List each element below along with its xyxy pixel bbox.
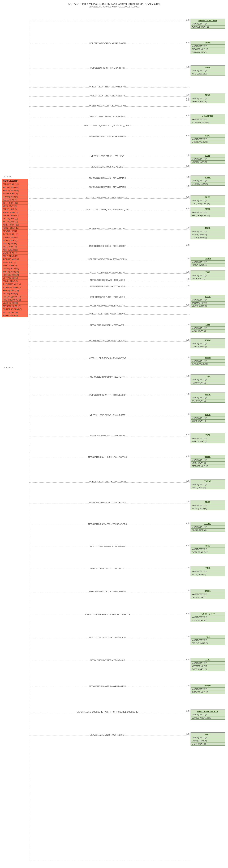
target-field: MATKL [CHAR (9)]	[191, 330, 225, 333]
target-table: T604FMANDT [CLNT (3)]LAND1 [CHAR (3)]STE…	[191, 455, 225, 468]
target-table-head[interactable]: WAKH	[191, 684, 225, 688]
source-field: J_1BNBM [CHAR (16)]	[2, 283, 28, 286]
target-table-head[interactable]: KNA1	[191, 134, 225, 138]
relation-label: MEPO1211GRID-VSART = T173-VSART	[59, 435, 156, 437]
target-table-head[interactable]: T023	[191, 323, 225, 327]
target-table-head[interactable]: T163L	[191, 413, 225, 416]
target-table-head[interactable]: T173	[191, 433, 225, 437]
target-field: STEUC [CHAR (16)]	[191, 465, 225, 468]
source-field: VOLEH [UNIT (3)]	[2, 242, 28, 245]
source-field: REFBS [CHAR (10)]	[2, 273, 28, 277]
target-table-head[interactable]: EINA	[191, 65, 225, 69]
source-field: INCO1 [CHAR (3)]	[2, 245, 28, 248]
target-field: SOURCE_ID [CHAR (3)]	[191, 716, 225, 720]
source-field: EBELN [CHAR (10)]	[2, 183, 28, 186]
relation-label: MEPO1211GRID-KONNR = EKKO-EBELN	[59, 105, 156, 107]
relation-label: MEPO1211GRID-EVERS = T027A-EVERS	[59, 340, 156, 342]
target-table: LFA1MANDT [CLNT (3)]LIFNR [CHAR (10)]	[191, 154, 225, 164]
target-table: MARAMANDT [CLNT (3)]MATNR [CHAR (18)]	[191, 176, 225, 186]
cardinality-label: 1..N	[186, 323, 190, 325]
source-field: MEINS [UNIT (3)]	[2, 205, 28, 208]
multiplicity-one-marker: 1	[28, 183, 30, 185]
target-table-head[interactable]: WRFT_POHF_SOURCE	[191, 710, 225, 713]
target-table: T173MANDT [CLNT (3)]VSART [CHAR (2)]	[191, 433, 225, 443]
cardinality-label: 1..N	[186, 257, 190, 259]
relation-label: MEPO1211GRID-BPRME = T006-MSEHI	[59, 272, 156, 274]
target-field: MANDT [CLNT (3)]	[191, 199, 225, 202]
relation-label: MEPO1211GRID-PRIO_URG = PURG-PRIO_URG	[59, 209, 156, 211]
source-field: WAERS [CUKY (5)]	[2, 314, 28, 317]
cardinality-label: 1..N	[186, 636, 190, 638]
target-table-head[interactable]: T006	[191, 270, 225, 274]
relation-label: MEPO1211GRID-BSTAE = T163L-BSTAE	[59, 414, 156, 416]
target-table-head[interactable]: T163	[191, 374, 225, 378]
target-field: LGORT [CHAR (4)]	[191, 236, 225, 239]
relation-label: MEPO1211GRID-LGORT = T001L-LGORT	[59, 227, 156, 230]
target-field: MANDT [CLNT (3)]	[191, 483, 225, 486]
cardinality-label: 1..N	[186, 66, 190, 68]
relation-label: MEPO1211GRID-REFBS = EKKO-EBELN	[59, 116, 156, 118]
target-field: MANDT [CLNT (3)]	[191, 548, 225, 551]
cardinality-label: 1..N	[186, 339, 190, 341]
target-table-head[interactable]: T149D	[191, 356, 225, 360]
target-field: SAISO [CHAR (4)]	[191, 486, 225, 489]
target-table-head[interactable]: EBAN	[191, 41, 225, 44]
target-table-head[interactable]: MARA	[191, 176, 225, 179]
relation-label: MEPO1211GRID-SSQSS = TQ08-QM_PUR	[59, 636, 156, 638]
target-field: QM_PUR [CHAR (8)]	[191, 642, 225, 645]
target-table-head[interactable]: EKKO	[191, 93, 225, 97]
target-table-head[interactable]: T163K	[191, 393, 225, 396]
target-table-head[interactable]: ISDFPS_ADVCODE1	[191, 19, 225, 22]
source-field: INFNR [CHAR (10)]	[2, 202, 28, 205]
target-table-head[interactable]: TFKB	[191, 544, 225, 548]
target-field: UPTYP [CHAR (1)]	[191, 596, 225, 599]
target-table-head[interactable]: TMSRM_EHTYP	[191, 612, 225, 616]
cardinality-label: 1..N	[186, 501, 190, 503]
relation-label: MEPO1211GRID-TXJCD = TTXJ-TXJCD	[59, 659, 156, 661]
target-table-head[interactable]: J_1AINFT20	[191, 114, 225, 118]
target-table-head[interactable]: T001L	[191, 226, 225, 230]
target-table-head[interactable]: TTXJ	[191, 658, 225, 661]
multiplicity-one-marker: 1	[28, 296, 30, 298]
target-field: PRIO_REQ [NUMC (3)]	[191, 202, 225, 205]
multiplicity-one-marker: 1	[28, 202, 30, 204]
target-table-head[interactable]: T007A	[191, 294, 225, 299]
relation-label: MEPO1211GRID-BANFN = EBAN-BANFN	[59, 42, 156, 44]
target-field: MANDT [CLNT (3)]	[191, 661, 225, 665]
relation-label: MEPO1211GRID-J_1BNBM = T604F-STEUC	[59, 456, 156, 458]
target-table-head[interactable]: PREQ	[191, 195, 225, 199]
target-table-head[interactable]: TCURC	[191, 522, 225, 526]
target-field: J_1AINDX [CHAR (5)]	[191, 121, 225, 124]
target-field: MATNR [CHAR (18)]	[191, 182, 225, 186]
target-table-head[interactable]: T001W	[191, 257, 225, 260]
target-table: TCURCMANDT [CLNT (3)]WAERS [CUKY (5)]	[191, 522, 225, 532]
target-field: BSGRU [CHAR (3)]	[191, 507, 225, 510]
target-field: WERKS [CHAR (4)]	[191, 264, 225, 267]
target-field: MANDT [CLNT (3)]	[191, 44, 225, 48]
multiplicity-one-marker: 1	[28, 352, 30, 354]
cardinality-label: 0..N	[186, 196, 190, 198]
target-table-head[interactable]: T027A	[191, 338, 225, 342]
relation-label: MEPO1211GRID-ANFNR = EKKO-EBELN	[59, 86, 156, 88]
target-table-head[interactable]: WYT1	[191, 733, 225, 736]
target-field: LAND1 [CHAR (3)]	[191, 462, 225, 465]
target-table-head[interactable]: T6WSP	[191, 479, 225, 483]
source-field: MWSKZ [CHAR (2)]	[2, 211, 28, 214]
target-table-head[interactable]: LFA1	[191, 154, 225, 157]
target-table-head[interactable]: T604F	[191, 455, 225, 459]
target-table: EINAMANDT [CLNT (3)]INFNR [CHAR (10)]	[191, 65, 225, 75]
target-field: BSTAE [CHAR (4)]	[191, 420, 225, 423]
target-table-head[interactable]: TQ08	[191, 635, 225, 639]
cardinality-label: 1..N	[186, 94, 190, 96]
source-field: KNTTP [CHAR (1)]	[2, 220, 28, 223]
target-table-head[interactable]: PURG	[191, 207, 225, 211]
multiplicity-one-marker: 1	[28, 233, 30, 235]
cardinality-label: 1..N	[186, 393, 190, 395]
target-table-head[interactable]: TMSI1	[191, 589, 225, 593]
target-field: MANDT [CLNT (3)]	[191, 179, 225, 182]
source-field: GEWEI [UNIT (3)]	[2, 230, 28, 233]
source-table-head[interactable]: MEPO1211GRID	[2, 179, 28, 183]
target-table-head[interactable]: TBSG	[191, 500, 225, 504]
source-field: EMATN [CHAR (18)]	[2, 189, 28, 192]
target-table-head[interactable]: TINC	[191, 566, 225, 570]
